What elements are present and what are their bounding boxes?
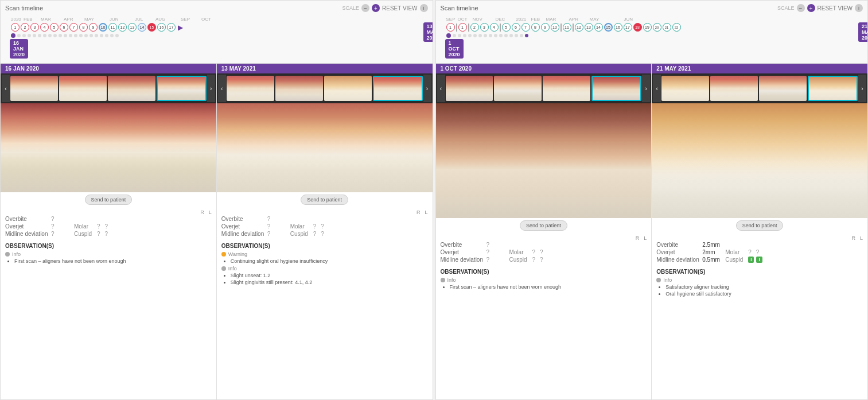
right-scale-minus-btn[interactable]: − <box>797 4 805 12</box>
right-scan-dot-2[interactable]: 1 <box>458 23 467 32</box>
right-scan-dot-20[interactable]: 19 <box>643 23 652 32</box>
send-btn-1[interactable]: Send to patient <box>85 195 133 205</box>
scan-dot-7[interactable]: 7 <box>69 23 78 32</box>
scan-dot-5[interactable]: 5 <box>50 23 59 32</box>
scan-dot-1[interactable]: 1 <box>11 23 20 32</box>
scan-dot-6[interactable]: 6 <box>60 23 68 32</box>
send-btn-4[interactable]: Send to patient <box>736 220 784 231</box>
right-scale-plus-btn[interactable]: + <box>807 4 815 12</box>
thumb-2-2[interactable] <box>275 76 323 101</box>
overjet-label-3: Overjet <box>441 249 486 255</box>
obs-info-label-4: Info <box>663 277 672 283</box>
thumb-3-2[interactable] <box>494 76 542 101</box>
thumb-2-1[interactable] <box>227 76 274 101</box>
scan-dot-15[interactable]: 15 <box>147 23 156 32</box>
scan-dot-17[interactable]: 17 <box>167 23 176 32</box>
overjet-label-2: Overjet <box>221 223 267 230</box>
timeline-info-icon[interactable]: i <box>420 4 428 12</box>
thumb-1[interactable] <box>10 76 58 101</box>
scan-dot-14[interactable]: 14 <box>138 23 146 32</box>
right-month-nov: NOV <box>473 17 496 22</box>
right-scan-dot-19[interactable]: 18 <box>633 23 642 32</box>
overbite-row-2: Overbite ? <box>221 216 428 222</box>
reset-view-btn[interactable]: RESET VIEW <box>382 5 418 11</box>
cuspid-sublabel-4: Cuspid <box>725 257 748 263</box>
right-scan-dot-11[interactable]: 10 <box>551 23 559 32</box>
right-scan-dot-14[interactable]: 13 <box>585 23 593 32</box>
thumb-2[interactable] <box>59 76 107 101</box>
scan-dot-16[interactable]: 16 <box>157 23 166 32</box>
thumb-3[interactable] <box>108 76 155 101</box>
right-scan-dot-9[interactable]: 8 <box>531 23 540 32</box>
thumb-prev-btn-1[interactable]: ‹ <box>2 75 10 102</box>
scan-dot-11[interactable]: 11 <box>108 23 117 32</box>
right-scan-dot-10[interactable]: 9 <box>541 23 550 32</box>
small-dot <box>69 34 72 37</box>
right-scan-dot-6[interactable]: 5 <box>502 23 511 32</box>
scan-dot-2[interactable]: 2 <box>21 23 29 32</box>
cuspid-l-4: I <box>756 257 762 263</box>
midline-row-1: Midline deviation ? Cuspid ? ? <box>5 231 212 237</box>
scan-dot-4[interactable]: 4 <box>40 23 49 32</box>
thumb-4-selected[interactable] <box>157 76 207 101</box>
scan-dot-3[interactable]: 3 <box>30 23 39 32</box>
scan-dot-13[interactable]: 13 <box>128 23 137 32</box>
overbite-val-2: ? <box>267 216 290 222</box>
thumb-prev-btn-4[interactable]: ‹ <box>653 75 661 102</box>
obs-info-dot-3 <box>441 278 445 282</box>
right-scan-dot-18[interactable]: 17 <box>624 23 632 32</box>
thumb-4-2[interactable] <box>710 76 758 101</box>
right-timeline-info-icon[interactable]: i <box>855 4 863 12</box>
thumb-3-4-selected[interactable] <box>591 76 641 101</box>
thumb-2-4-selected[interactable] <box>373 76 423 101</box>
thumb-prev-btn-2[interactable]: ‹ <box>218 75 226 102</box>
right-scan-dot-8[interactable]: 7 <box>521 23 530 32</box>
thumb-prev-btn-3[interactable]: ‹ <box>437 75 445 102</box>
thumb-next-btn-3[interactable]: › <box>642 75 650 102</box>
right-scan-dot-12[interactable]: 11 <box>563 23 571 32</box>
send-btn-2[interactable]: Send to patient <box>301 195 348 205</box>
thumb-3-1[interactable] <box>446 76 493 101</box>
right-scan-dot-5[interactable]: 4 <box>490 23 499 32</box>
thumb-2-3[interactable] <box>324 76 372 101</box>
right-scan-dot-15[interactable]: 14 <box>594 23 603 32</box>
right-timeline-title: Scan timeline <box>441 5 478 11</box>
thumb-4-1[interactable] <box>661 76 709 101</box>
scan-dot-8[interactable]: 8 <box>79 23 88 32</box>
scan-dot-9[interactable]: 9 <box>89 23 98 32</box>
right-scan-dot-23[interactable]: 22 <box>672 23 681 32</box>
right-scan-dot-16[interactable]: 15 <box>604 23 613 32</box>
small-dot <box>48 34 52 37</box>
scan-dot-12[interactable]: 12 <box>118 23 127 32</box>
scale-plus-btn[interactable]: + <box>372 4 380 12</box>
scan-dot-10[interactable]: 10 <box>99 23 107 32</box>
molar-r-1: ? <box>97 223 100 230</box>
right-scan-dot-4[interactable]: 3 <box>480 23 489 32</box>
thumb-next-btn-2[interactable]: › <box>423 75 431 102</box>
small-dot <box>33 34 36 37</box>
thumb-3-3[interactable] <box>543 76 590 101</box>
obs-info-list-3: First scan – aligners have not been worn… <box>441 284 647 290</box>
molar-sublabel-3: Molar <box>509 249 532 255</box>
r-small-dot <box>489 34 492 37</box>
right-scan-dot-1[interactable]: 1 <box>446 23 455 32</box>
overjet-val-3: ? <box>486 249 509 255</box>
scan-3-photo <box>436 103 652 218</box>
thumb-4-4-selected[interactable] <box>808 76 858 101</box>
molar-r-2: ? <box>313 223 317 230</box>
right-reset-view-btn[interactable]: RESET VIEW <box>818 5 853 11</box>
r-label-2: R <box>417 209 421 215</box>
obs-item-2-3: Slight gingivitis still present: 4.1, 4.… <box>231 279 428 285</box>
right-scan-dot-3[interactable]: 2 <box>470 23 479 32</box>
small-dot <box>53 34 57 37</box>
right-scan-dot-13[interactable]: 12 <box>575 23 583 32</box>
right-scan-dot-22[interactable]: 21 <box>663 23 671 32</box>
right-scan-dot-21[interactable]: 20 <box>653 23 661 32</box>
right-scan-dot-7[interactable]: 6 <box>512 23 520 32</box>
thumb-4-3[interactable] <box>759 76 807 101</box>
send-btn-3[interactable]: Send to patient <box>520 220 567 231</box>
thumb-next-btn-1[interactable]: › <box>207 75 215 102</box>
scale-minus-btn[interactable]: − <box>361 4 369 12</box>
thumb-next-btn-4[interactable]: › <box>858 75 866 102</box>
right-scan-dot-17[interactable]: 16 <box>614 23 622 32</box>
